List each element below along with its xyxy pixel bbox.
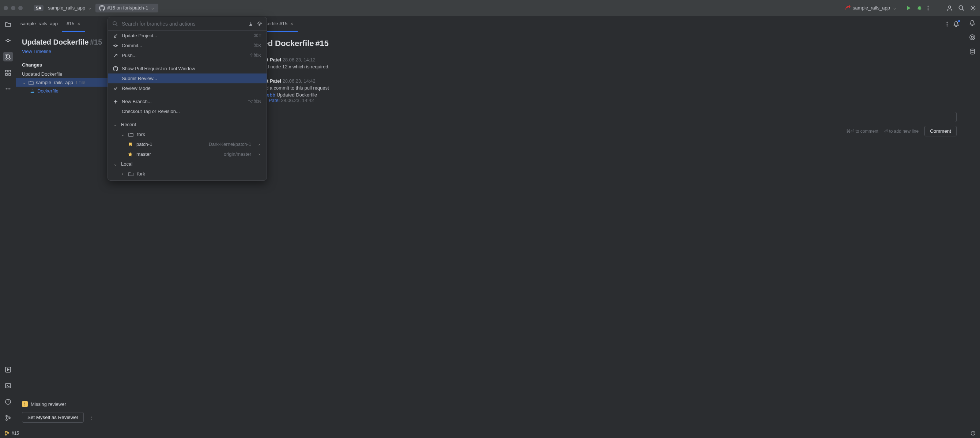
tab-label: #15 (67, 21, 75, 26)
settings-icon[interactable] (257, 21, 262, 26)
folder-name: sample_rails_app (36, 80, 73, 85)
menu-local-fork[interactable]: fork (108, 169, 267, 180)
debug-icon[interactable] (916, 5, 922, 11)
chevron-down-icon (113, 161, 118, 167)
set-reviewer-button[interactable]: Set Myself as Reviewer (22, 412, 84, 423)
code-with-me-icon[interactable] (947, 5, 953, 11)
fetch-icon[interactable] (248, 21, 253, 26)
comment-actions: ⌘⏎ to comment ⏎ to add new line Comment (240, 126, 956, 136)
menu-submit-review[interactable]: Submit Review... (108, 73, 267, 83)
svg-point-1 (928, 5, 929, 6)
menu-label: fork (137, 132, 145, 137)
menu-branch-master[interactable]: master origin/master (108, 149, 267, 159)
tab-project[interactable]: sample_rails_app (16, 16, 62, 32)
menu-recent-heading[interactable]: Recent (108, 119, 267, 129)
problems-tool-icon[interactable] (3, 397, 13, 406)
structure-tool-icon[interactable] (3, 68, 13, 78)
warning-icon: ! (22, 401, 28, 407)
svg-rect-25 (32, 90, 33, 91)
chevron-down-icon (150, 5, 155, 11)
notifications-tool-icon[interactable] (969, 20, 975, 27)
svg-point-3 (928, 9, 929, 10)
vcs-branch-widget[interactable]: #15 on fork/patch-1 (95, 4, 158, 13)
svg-point-8 (6, 54, 7, 56)
maximize-window[interactable] (18, 6, 23, 10)
popup-search-input[interactable] (122, 21, 245, 27)
svg-point-38 (259, 23, 260, 24)
notifications-icon[interactable] (953, 21, 959, 27)
menu-update-project[interactable]: Update Project... ⌘T (108, 31, 267, 41)
svg-point-29 (947, 24, 948, 24)
svg-point-31 (970, 35, 975, 40)
project-name: sample_rails_app (48, 5, 85, 11)
tab-label: sample_rails_app (21, 21, 58, 26)
svg-rect-11 (5, 70, 7, 72)
svg-point-2 (928, 7, 929, 8)
comment-button[interactable]: Comment (924, 126, 956, 136)
comment-input[interactable] (240, 112, 956, 122)
menu-local-heading[interactable]: Local (108, 159, 267, 169)
warning-text: Missing reviewer (31, 402, 66, 407)
shortcut: ⌥⌘N (248, 99, 261, 104)
timeline-item: Sumit Patel 28.06.23, 14:42 added a comm… (240, 78, 956, 103)
menu-show-pr[interactable]: Show Pull Request in Tool Window (108, 63, 267, 73)
menu-label: Review Mode (122, 86, 151, 91)
github-icon (99, 5, 105, 11)
statusbar-problems-icon[interactable] (970, 431, 975, 436)
file-name: Dockerfile (37, 88, 59, 94)
chevron-down-icon (892, 5, 897, 11)
search-icon[interactable] (958, 5, 965, 11)
project-selector[interactable]: SA sample_rails_app (30, 4, 95, 13)
chevron-right-icon (257, 141, 261, 147)
popup-search-row (108, 17, 267, 31)
warning-row: ! Missing reviewer (22, 401, 227, 407)
pr-timeline-view: Updated Dockerfile #15 Sumit Patel 28.06… (233, 32, 964, 428)
ai-tool-icon[interactable] (969, 34, 975, 42)
plus-icon (113, 99, 118, 104)
file-count: 1 file (75, 80, 85, 85)
pull-requests-tool-icon[interactable] (3, 52, 13, 62)
svg-rect-14 (9, 73, 11, 75)
project-tool-icon[interactable] (3, 20, 13, 29)
menu-new-branch[interactable]: New Branch... ⌥⌘N (108, 97, 267, 106)
close-icon[interactable]: × (290, 21, 293, 27)
separator (108, 95, 267, 95)
minimize-window[interactable] (11, 6, 15, 10)
menu-branch-patch1[interactable]: patch-1 Dark-Kernel/patch-1 (108, 139, 267, 149)
menu-recent-fork[interactable]: fork (108, 129, 267, 139)
statusbar-branch[interactable]: #15 (12, 431, 19, 436)
run-icon[interactable] (905, 5, 911, 11)
svg-rect-27 (32, 90, 33, 90)
menu-push[interactable]: Push... ⇧⌘K (108, 51, 267, 60)
timeline-item: Sumit Patel 28.06.23, 14:12 Added node 1… (240, 57, 956, 70)
close-icon[interactable]: × (78, 21, 80, 27)
run-config-selector[interactable]: sample_rails_app (841, 4, 900, 13)
more-tool-icon[interactable] (3, 84, 13, 94)
menu-label: fork (137, 171, 145, 176)
menu-commit[interactable]: Commit... ⌘K (108, 41, 267, 51)
commit-tool-icon[interactable] (3, 36, 13, 45)
vcs-tool-icon[interactable] (3, 413, 13, 423)
close-window[interactable] (4, 6, 8, 10)
svg-point-15 (5, 89, 6, 90)
view-timeline-link[interactable]: View Timeline (22, 49, 51, 54)
chevron-down-icon (88, 5, 92, 11)
svg-point-7 (7, 40, 9, 42)
rails-icon (845, 5, 851, 11)
menu-checkout-tag[interactable]: Checkout Tag or Revision... (108, 106, 267, 116)
menu-review-mode[interactable]: Review Mode (108, 83, 267, 93)
window-controls (4, 6, 23, 10)
chevron-down-icon (120, 132, 125, 137)
terminal-tool-icon[interactable] (3, 381, 13, 390)
database-tool-icon[interactable] (969, 48, 975, 56)
chevron-down-icon (113, 122, 118, 127)
svg-point-32 (970, 49, 975, 51)
more-icon[interactable]: ⋮ (89, 414, 94, 420)
run-tool-icon[interactable] (3, 365, 13, 375)
tab-pr[interactable]: #15 × (62, 16, 85, 32)
more-icon[interactable] (947, 21, 948, 27)
settings-icon[interactable] (970, 5, 976, 11)
docker-icon (30, 89, 35, 94)
menu-label: Commit... (122, 43, 142, 48)
more-icon[interactable] (928, 5, 929, 11)
